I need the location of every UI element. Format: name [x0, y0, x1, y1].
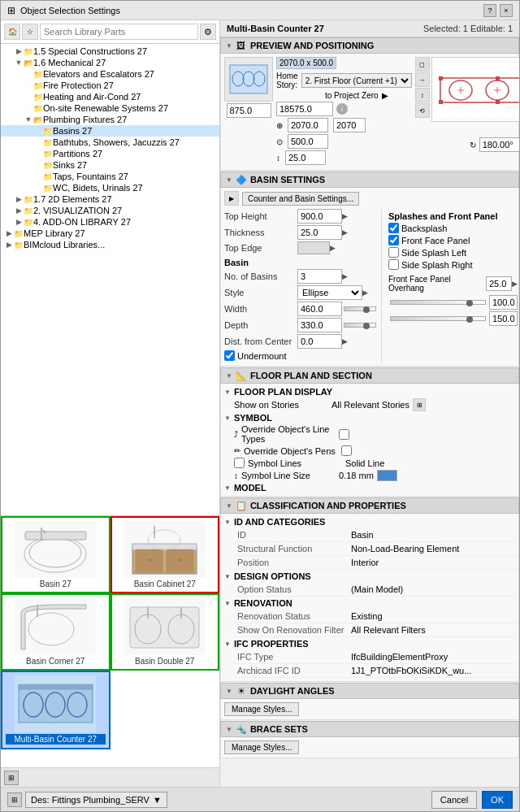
override-line-checkbox[interactable] [339, 429, 349, 440]
ifc-table: IFC Type IfcBuildingElementProxy Archica… [234, 650, 519, 678]
tree-item[interactable]: ▶ 📁 BIMcloud Libraries... [1, 239, 219, 250]
footer-des-dropdown[interactable]: Des: Fittings Plumbing_SERV ▼ [25, 792, 167, 808]
tree-item[interactable]: ▶ 📁 1.7 2D Elements 27 [1, 193, 219, 205]
help-button[interactable]: ? [483, 4, 496, 17]
canvas-icon-1[interactable]: ◻ [415, 57, 430, 72]
play-icon[interactable]: ▶ [224, 191, 239, 206]
tree-label: On-site Renewable Systems 27 [43, 103, 168, 113]
canvas-icon-3[interactable]: ↕ [415, 88, 430, 102]
tree-item[interactable]: 📁 On-site Renewable Systems 27 [1, 102, 219, 114]
settings-button[interactable]: ⚙ [200, 24, 216, 40]
x2-field[interactable] [333, 118, 366, 132]
tree-item[interactable]: 📁 Fire Protection 27 [1, 80, 219, 91]
daylight-header[interactable]: ▼ ☀ DAYLIGHT ANGLES [220, 683, 519, 699]
grid-item-basin-cabinet[interactable]: Basin Cabinet 27 [110, 516, 220, 593]
expand-icon [33, 160, 43, 170]
slider1-input[interactable] [489, 295, 518, 310]
home-story-select[interactable]: 2. First Floor (Current +1) [301, 73, 412, 88]
front-face-checkbox[interactable] [388, 235, 399, 245]
folder-icon: 📁 [33, 104, 43, 113]
tree-item[interactable]: 📁 Sinks 27 [1, 159, 219, 171]
undermount-checkbox[interactable] [224, 350, 235, 361]
tree-item[interactable]: 📁 Heating and Air-Cond 27 [1, 91, 219, 102]
home-icon-btn[interactable]: 🏠 [4, 24, 20, 40]
side-splash-right-checkbox[interactable] [388, 259, 399, 270]
tree-item[interactable]: 📁 Elevators and Escalators 27 [1, 68, 219, 80]
override-pens-checkbox[interactable] [341, 445, 352, 456]
line-color-swatch[interactable] [377, 470, 397, 481]
search-input[interactable] [40, 24, 198, 40]
thickness-input[interactable] [297, 225, 342, 240]
tree-item[interactable]: ▼ 📂 Plumbing Fixtures 27 [1, 114, 219, 125]
backsplash-checkbox[interactable] [388, 223, 399, 233]
grid-item-basin-corner[interactable]: Basin Corner 27 [1, 593, 110, 671]
width-input[interactable] [297, 302, 342, 316]
x-field[interactable] [288, 118, 328, 132]
overhang-input[interactable] [486, 276, 512, 291]
grid-item-basin[interactable]: Basin 27 [1, 516, 110, 593]
footer: ⊞ Des: Fittings Plumbing_SERV ▼ Cancel O… [1, 787, 519, 811]
bottom-icon-btn[interactable]: ⊞ [4, 771, 19, 785]
depth-input[interactable] [297, 318, 342, 332]
tree-item[interactable]: ▶ 📁 4. ADD-ON LIBRARY 27 [1, 216, 219, 228]
slider2[interactable] [390, 316, 486, 321]
override-pens-label: Override Object's Pens [244, 446, 341, 456]
classification-header[interactable]: ▼ 📋 CLASSIFICATION AND PROPERTIES [220, 497, 519, 514]
style-select[interactable]: Ellipse [297, 285, 362, 300]
z-field[interactable] [285, 150, 326, 165]
close-button[interactable]: × [500, 4, 513, 17]
model-chevron: ▼ [224, 484, 231, 492]
basin-settings-header[interactable]: ▼ 🔷 BASIN SETTINGS [220, 172, 519, 188]
canvas-icon-4[interactable]: ⟲ [415, 103, 430, 118]
bottom-bar: ⊞ [1, 767, 219, 787]
grid-item-basin-double[interactable]: Basin Double 27 [110, 593, 220, 671]
preview-section-header[interactable]: ▼ 🖼 PREVIEW AND POSITIONING [220, 37, 519, 54]
side-splash-left-checkbox[interactable] [388, 247, 399, 258]
counter-basin-btn[interactable]: Counter and Basin Settings... [242, 192, 359, 206]
floor-plan-header[interactable]: ▼ 📐 FLOOR PLAN AND SECTION [220, 367, 519, 384]
depth-label: Depth [224, 320, 297, 330]
side-splash-right-row: Side Splash Right [388, 259, 518, 270]
tree-item[interactable]: 📁 WC, Bidets, Urinals 27 [1, 182, 219, 193]
basin-icon: 🔷 [236, 174, 247, 185]
star-icon-btn[interactable]: ☆ [22, 24, 38, 40]
slider2-input[interactable] [489, 311, 518, 326]
tree-item[interactable]: ▶ 📁 2. VISUALIZATION 27 [1, 205, 219, 216]
daylight-manage-btn[interactable]: Manage Styles... [224, 702, 299, 716]
ok-button[interactable]: OK [482, 791, 513, 809]
tree-item[interactable]: ▼ 📂 1.6 Mechanical 27 [1, 57, 219, 68]
grid-item-multi-basin[interactable]: Multi-Basin Counter 27 [1, 671, 110, 749]
top-edge-label: Top Edge [224, 243, 297, 253]
tree-item[interactable]: 📁 Bathtubs, Showers, Jacuzzis 27 [1, 137, 219, 148]
tree-item[interactable]: 📁 Taps, Fountains 27 [1, 171, 219, 182]
expand-icon [24, 80, 33, 90]
no-basins-input[interactable] [297, 269, 342, 284]
height-field[interactable] [227, 103, 271, 118]
project-zero-value[interactable] [276, 102, 333, 116]
tree-item[interactable]: ▶ 📁 1.5 Special Constructions 27 [1, 46, 219, 57]
dropdown-arrow: ▼ [153, 795, 162, 805]
basin-corner-thumbnail [15, 598, 96, 655]
angle-field[interactable] [479, 137, 519, 152]
stories-icon[interactable]: ⊞ [413, 398, 426, 411]
dist-center-input[interactable] [297, 334, 342, 349]
tree-label: Sinks 27 [53, 160, 87, 170]
cancel-button[interactable]: Cancel [431, 791, 477, 809]
tree-item[interactable]: ▶ 📁 MEP Library 27 [1, 228, 219, 239]
canvas-icon-2[interactable]: ↔ [415, 72, 430, 87]
top-height-input[interactable] [297, 209, 342, 224]
top-edge-swatch[interactable] [297, 241, 330, 254]
slider1[interactable] [390, 300, 486, 305]
brace-manage-btn[interactable]: Manage Styles... [224, 740, 299, 754]
tree-item[interactable]: 📁 Partitions 27 [1, 148, 219, 159]
expand-icon: ▶ [14, 217, 24, 227]
symbol-lines-checkbox[interactable] [234, 458, 245, 468]
y-field[interactable] [288, 134, 328, 149]
folder-icon: 📁 [24, 195, 33, 204]
depth-slider[interactable] [344, 323, 376, 328]
width-slider[interactable] [344, 306, 376, 311]
expand-icon: ▼ [24, 115, 33, 124]
tree-item-basins[interactable]: 📁 Basins 27 [1, 125, 219, 137]
footer-icon[interactable]: ⊞ [7, 792, 22, 807]
brace-sets-header[interactable]: ▼ 🔩 BRACE SETS [220, 721, 519, 737]
